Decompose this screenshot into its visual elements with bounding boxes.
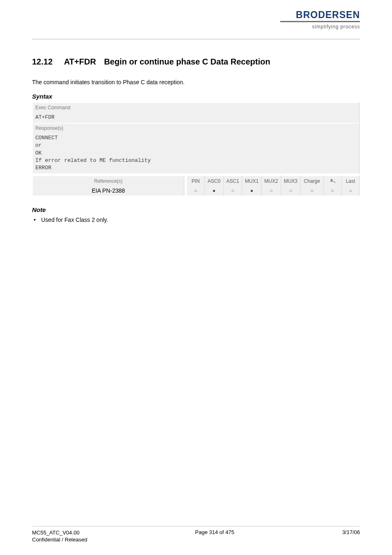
flag-tool: ○ xyxy=(323,186,341,196)
logo-underline xyxy=(280,21,360,22)
response-value: CONNECT or OK If error related to ME fun… xyxy=(32,133,360,173)
exec-command-value: AT+FDR xyxy=(32,112,360,123)
footer-date: 3/17/06 xyxy=(342,529,360,543)
tool-icon xyxy=(329,178,336,184)
flag-mux2: ○ xyxy=(261,186,281,196)
reference-label: Reference(s) xyxy=(32,176,184,186)
logo-tagline: simplifying process xyxy=(280,24,360,30)
note-item: Used for Fax Class 2 only. xyxy=(32,216,360,223)
page-header: BRODERSEN simplifying process xyxy=(32,0,360,37)
section-title: Begin or continue phase C Data Reception xyxy=(104,57,270,66)
flag-charge: ○ xyxy=(300,186,323,196)
flag-head-asc1: ASC1 xyxy=(224,176,242,186)
footer-rule xyxy=(32,526,360,527)
footer-left: MC55_ATC_V04.00 Confidential / Released xyxy=(32,529,87,543)
brand-logo: BRODERSEN simplifying process xyxy=(280,10,360,30)
flag-mux3: ○ xyxy=(281,186,300,196)
flag-head-tool-icon xyxy=(323,176,341,186)
section-command: AT+FDR xyxy=(64,57,96,67)
flag-mux1: ● xyxy=(242,186,261,196)
footer-confidentiality: Confidential / Released xyxy=(32,537,87,543)
syntax-table: Exec Command AT+FDR Response(s) CONNECT … xyxy=(32,102,360,196)
response-label: Response(s) xyxy=(32,123,360,133)
intro-paragraph: The command initiates transition to Phas… xyxy=(32,79,360,85)
flag-asc1: ○ xyxy=(224,186,242,196)
flag-pin: ○ xyxy=(187,186,205,196)
flag-head-mux1: MUX1 xyxy=(242,176,261,186)
section-number: 12.12 xyxy=(32,57,53,67)
syntax-heading: Syntax xyxy=(32,93,360,100)
reference-value: EIA PN-2388 xyxy=(32,186,184,196)
footer-doc-id: MC55_ATC_V04.00 xyxy=(32,530,79,536)
flag-last: ○ xyxy=(341,186,360,196)
logo-name: BRODERSEN xyxy=(280,10,360,20)
note-heading: Note xyxy=(32,206,360,213)
exec-command-label: Exec Command xyxy=(32,103,360,112)
flag-head-last: Last xyxy=(341,176,360,186)
header-rule xyxy=(32,39,360,40)
flag-asc0: ● xyxy=(205,186,223,196)
note-list: Used for Fax Class 2 only. xyxy=(32,216,360,223)
footer-page-number: Page 314 of 475 xyxy=(195,529,234,543)
flag-head-mux2: MUX2 xyxy=(261,176,281,186)
flag-head-pin: PIN xyxy=(187,176,205,186)
flag-head-mux3: MUX3 xyxy=(281,176,300,186)
page-footer: MC55_ATC_V04.00 Confidential / Released … xyxy=(32,526,360,543)
flag-head-charge: Charge xyxy=(300,176,323,186)
flag-head-asc0: ASC0 xyxy=(205,176,223,186)
section-heading: 12.12 AT+FDR Begin or continue phase C D… xyxy=(32,57,360,67)
